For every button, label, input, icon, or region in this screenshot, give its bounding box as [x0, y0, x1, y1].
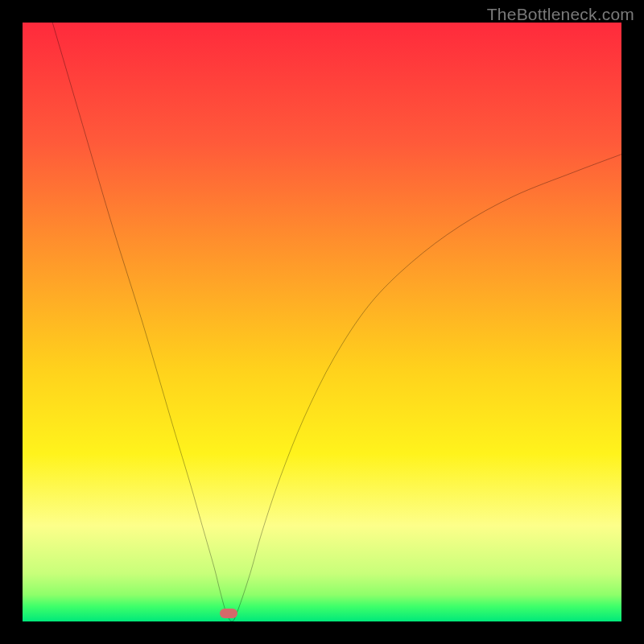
plot-area	[23, 23, 621, 621]
optimum-marker	[220, 609, 237, 618]
svg-rect-0	[23, 23, 621, 621]
chart-frame: TheBottleneck.com	[0, 0, 644, 644]
background-gradient	[23, 23, 621, 621]
watermark-text: TheBottleneck.com	[487, 5, 634, 24]
